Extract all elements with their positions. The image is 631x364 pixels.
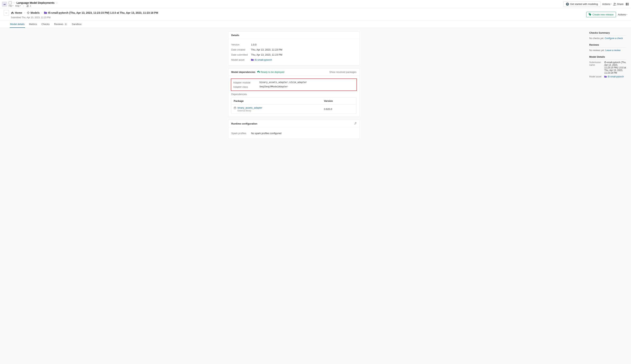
model-asset-link[interactable]: t5-small-pytorch bbox=[251, 58, 272, 61]
top-header: − - › Language Model Deployments ☆ File … bbox=[0, 0, 631, 8]
col-version-header: Version bbox=[324, 100, 354, 102]
adapter-class-label: Adapter class bbox=[233, 86, 259, 88]
dependencies-table-row: binary_assets_adapter External library 0… bbox=[231, 104, 356, 114]
adapter-module-row: Adapter module binary_assets_adapter.s2s… bbox=[233, 80, 355, 85]
crumb-current-label: t5-small-pytorch (Thu, Apr 13, 2023, 11:… bbox=[48, 11, 158, 14]
tab-model-details-label: Model details bbox=[10, 23, 25, 26]
users-count[interactable]: 1 bbox=[27, 5, 31, 7]
package-icon bbox=[234, 106, 236, 109]
tab-metrics[interactable]: Metrics bbox=[29, 21, 38, 28]
cloud-upload-icon bbox=[257, 71, 260, 74]
model-asset-value: t5-small-pytorch bbox=[255, 58, 272, 61]
version-label: Version bbox=[231, 43, 251, 46]
share-button[interactable]: Share bbox=[613, 3, 623, 6]
checks-summary-section: Checks Summary No checks yet. Configure … bbox=[589, 31, 626, 40]
package-name-link[interactable]: binary_assets_adapter bbox=[234, 106, 324, 109]
back-button[interactable]: ← bbox=[4, 10, 9, 16]
models-icon bbox=[27, 12, 30, 14]
breadcrumb-right: Create new release Actions ▾ bbox=[586, 12, 627, 17]
date-created-value: Thu, Apr 13, 2023, 11:23 PM bbox=[251, 48, 282, 51]
chevron-right-icon: › bbox=[24, 12, 25, 14]
dependencies-card: Model dependencies Ready to be deployed … bbox=[228, 68, 360, 117]
main-content: Details Version 1.0.0 Date created Thu, … bbox=[0, 28, 631, 142]
tab-checks[interactable]: Checks bbox=[41, 21, 50, 28]
tabs: Model details Metrics Checks Reviews 0 S… bbox=[0, 21, 631, 28]
edit-icon[interactable] bbox=[354, 122, 357, 125]
asset-link[interactable]: t5-small-pytorch bbox=[604, 75, 624, 78]
version-value: 1.0.0 bbox=[251, 43, 256, 46]
dependencies-table: Package Version binary_assets_adapter Ex… bbox=[231, 98, 357, 114]
folder-icon bbox=[44, 12, 47, 14]
page-actions-label: Actions bbox=[618, 13, 626, 16]
runtime-card-body: Spark profiles No spark profiles configu… bbox=[228, 128, 360, 139]
dependencies-label: Dependencies bbox=[231, 93, 357, 96]
package-name-value: binary_assets_adapter bbox=[237, 106, 262, 109]
date-submitted-value: Thu, Apr 13, 2023, 11:23 PM bbox=[251, 53, 282, 56]
chevron-right-icon: › bbox=[15, 2, 15, 4]
checks-text: No checks yet. bbox=[589, 37, 605, 40]
dependencies-title: Model dependencies bbox=[231, 70, 255, 74]
help-menu[interactable]: Help ▾ bbox=[15, 5, 21, 7]
runtime-title: Runtime configuration bbox=[231, 122, 257, 125]
tab-sandbox[interactable]: Sandbox bbox=[72, 21, 82, 28]
spark-label: Spark profiles bbox=[231, 132, 251, 135]
app-icon[interactable] bbox=[2, 2, 7, 7]
submission-value: t5-small-pytorch (Thu, Apr 13, 2023, 11:… bbox=[604, 61, 626, 74]
details-card-body: Version 1.0.0 Date created Thu, Apr 13, … bbox=[228, 39, 360, 65]
svg-rect-1 bbox=[628, 3, 629, 6]
file-menu[interactable]: File ▾ bbox=[9, 5, 13, 7]
package-version-value: 0.620.0 bbox=[324, 108, 354, 110]
tab-reviews[interactable]: Reviews 0 bbox=[54, 21, 68, 28]
tab-checks-label: Checks bbox=[42, 23, 50, 26]
checks-summary-text: No checks yet. Configure a check bbox=[589, 37, 626, 40]
page-actions-menu[interactable]: Actions ▾ bbox=[618, 13, 627, 16]
asset-row: Model asset t5-small-pytorch bbox=[589, 75, 626, 78]
folder-icon bbox=[604, 76, 607, 78]
ready-badge: Ready to be deployed bbox=[257, 70, 284, 74]
detail-row-date-created: Date created Thu, Apr 13, 2023, 11:23 PM bbox=[231, 47, 357, 52]
actions-menu[interactable]: Actions ▾ bbox=[602, 3, 612, 6]
runtime-card: Runtime configuration Spark profiles No … bbox=[228, 120, 360, 139]
adapter-class-row: Adapter class Seq2SeqLMModelAdapter bbox=[233, 85, 355, 89]
top-header-left: − - › Language Model Deployments ☆ File … bbox=[2, 1, 58, 7]
tab-reviews-label: Reviews bbox=[54, 23, 63, 26]
header-subtitle-row: File ▾ Help ▾ | 1 bbox=[9, 5, 58, 7]
ready-badge-label: Ready to be deployed bbox=[261, 70, 284, 74]
crumb-home[interactable]: Home bbox=[11, 11, 22, 14]
users-icon bbox=[27, 5, 29, 7]
dependencies-card-header: Model dependencies Ready to be deployed … bbox=[228, 68, 360, 76]
tab-model-details[interactable]: Model details bbox=[10, 21, 25, 28]
col-package-header: Package bbox=[234, 100, 324, 102]
get-started-label: Get started with modeling bbox=[570, 3, 598, 6]
adapter-module-label: Adapter module bbox=[233, 81, 259, 84]
show-resolved-link[interactable]: Show resolved packages bbox=[329, 70, 357, 74]
create-release-button[interactable]: Create new release bbox=[586, 12, 616, 17]
crumb-models[interactable]: Models bbox=[27, 11, 40, 14]
crumb-current: t5-small-pytorch (Thu, Apr 13, 2023, 11:… bbox=[44, 11, 158, 14]
date-created-label: Date created bbox=[231, 48, 251, 51]
header-title-area: − - › Language Model Deployments ☆ File … bbox=[9, 1, 58, 7]
configure-check-link[interactable]: Configure a check bbox=[605, 37, 623, 40]
caret-down-icon: ▾ bbox=[611, 3, 611, 5]
submission-label: Submission name bbox=[589, 61, 603, 74]
asset-value: t5-small-pytorch bbox=[608, 75, 624, 78]
dependencies-table-head: Package Version bbox=[231, 98, 356, 104]
submission-row: Submission name t5-small-pytorch (Thu, A… bbox=[589, 61, 626, 74]
adapter-highlight-box: Adapter module binary_assets_adapter.s2s… bbox=[231, 78, 357, 91]
right-sidebar: Checks Summary No checks yet. Configure … bbox=[588, 31, 627, 139]
star-icon[interactable]: ☆ bbox=[56, 1, 58, 4]
svg-rect-2 bbox=[234, 107, 236, 109]
box-icon[interactable]: − bbox=[9, 1, 12, 4]
center-column: Details Version 1.0.0 Date created Thu, … bbox=[4, 31, 584, 139]
get-started-button[interactable]: ? Get started with modeling bbox=[563, 1, 600, 7]
dash-separator: - bbox=[13, 1, 14, 4]
details-card-title: Details bbox=[231, 34, 239, 37]
top-header-right: ? Get started with modeling Actions ▾ Sh… bbox=[563, 1, 629, 7]
package-subtitle: External library bbox=[237, 110, 324, 112]
breadcrumb-bar: ← Home › Models › t5-small-pytorch (Thu,… bbox=[0, 8, 631, 21]
panel-toggle-icon[interactable] bbox=[625, 2, 629, 6]
share-icon bbox=[613, 3, 616, 6]
app-title: Language Model Deployments bbox=[17, 1, 55, 4]
reviews-text-row: No reviews yet. Leave a review bbox=[589, 49, 626, 52]
leave-review-link[interactable]: Leave a review bbox=[605, 49, 620, 52]
